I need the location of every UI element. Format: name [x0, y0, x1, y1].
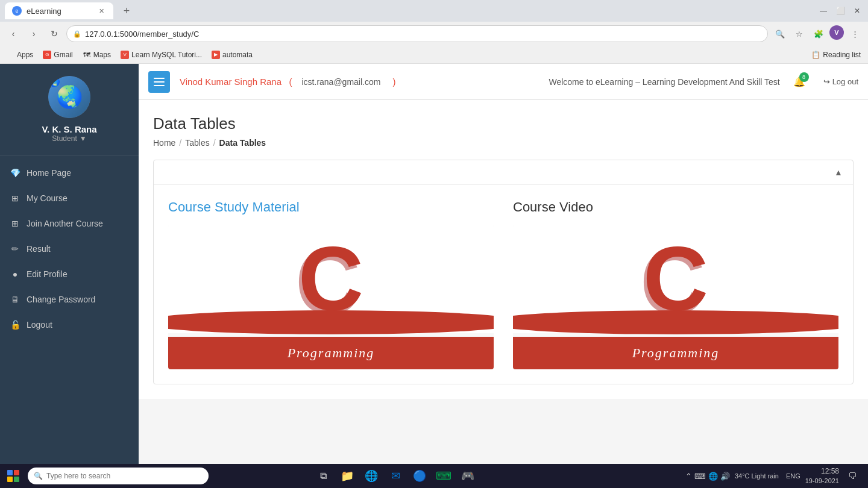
- section-card-header: ▲: [154, 160, 853, 185]
- taskbar-task-view[interactable]: ⧉: [312, 465, 334, 487]
- bookmark-automata[interactable]: ▶ automata: [212, 51, 253, 59]
- sidebar-item-my-course[interactable]: ⊞ My Course: [0, 186, 139, 211]
- reading-list-icon: 📋: [811, 51, 820, 59]
- bookmark-apps-label: Apps: [17, 51, 33, 59]
- edit-profile-icon: ●: [10, 269, 20, 280]
- home-icon: 💎: [10, 167, 20, 178]
- sidebar-item-logout[interactable]: 🔓 Logout: [0, 312, 139, 337]
- start-button[interactable]: [2, 465, 24, 487]
- maximize-button[interactable]: ⬜: [834, 5, 846, 17]
- sidebar-label-changepassword: Change Password: [27, 295, 95, 304]
- network-icon[interactable]: 🌐: [708, 472, 718, 481]
- collapse-button[interactable]: ▲: [831, 165, 846, 180]
- join-icon: ⊞: [10, 218, 20, 229]
- minimize-button[interactable]: —: [817, 5, 829, 17]
- close-button[interactable]: ✕: [851, 5, 863, 17]
- address-bar[interactable]: 🔒 127.0.0.1:5000/member_study/C: [66, 25, 768, 42]
- avatar: 🌏: [48, 76, 90, 118]
- sidebar-label-logout: Logout: [27, 320, 52, 330]
- clock-date: 19-09-2021: [805, 477, 839, 486]
- profile-role[interactable]: Student ▼: [52, 134, 86, 143]
- topnav-close-paren: ): [390, 77, 395, 87]
- menu-button[interactable]: ⋮: [846, 25, 863, 42]
- clock-time: 12:58: [805, 466, 839, 477]
- mysql-icon: V: [121, 51, 129, 59]
- keyboard-icon[interactable]: ⌨: [694, 472, 706, 481]
- bookmark-apps[interactable]: Apps: [7, 51, 33, 59]
- weather-text: 34°C Light rain: [735, 472, 779, 480]
- sidebar: 🌏 V. K. S. Rana Student ▼ 💎 Home Page ⊞ …: [0, 64, 139, 488]
- search-input[interactable]: [46, 472, 203, 480]
- sidebar-item-home-page[interactable]: 💎 Home Page: [0, 160, 139, 186]
- course-video-title: Course Video: [513, 199, 838, 215]
- taskbar-another[interactable]: 🎮: [457, 465, 479, 487]
- course-icon: ⊞: [10, 193, 20, 204]
- taskbar-edge[interactable]: 🌐: [360, 465, 382, 487]
- system-icons: ⌃ ⌨ 🌐 🔊: [685, 472, 730, 481]
- sidebar-item-edit-profile[interactable]: ● Edit Profile: [0, 261, 139, 287]
- logout-icon: ↪: [823, 77, 830, 86]
- top-nav: Vinod Kumar Singh Rana ( icst.rana@gmail…: [139, 64, 868, 100]
- browser-profile-button[interactable]: V: [829, 25, 844, 40]
- taskbar-search-bar[interactable]: 🔍: [28, 468, 209, 484]
- tab-title: eLearning: [27, 7, 61, 16]
- logout-button[interactable]: ↪ Log out: [823, 77, 858, 86]
- notification-button[interactable]: 🔔 8: [790, 72, 809, 92]
- apps-grid-icon: [7, 51, 14, 58]
- windows-icon: [7, 470, 19, 482]
- taskbar-apps: ⧉ 📁 🌐 ✉ 🔵 ⌨ 🎮: [312, 465, 479, 487]
- red-wave-study: [168, 310, 494, 334]
- course-grid: Course Study Material C: [168, 199, 838, 369]
- forward-button[interactable]: ›: [25, 25, 42, 42]
- study-material-thumbnail[interactable]: C Programming: [168, 225, 494, 369]
- sidebar-item-change-password[interactable]: 🖥 Change Password: [0, 287, 139, 312]
- zoom-button[interactable]: 🔍: [772, 25, 788, 42]
- back-button[interactable]: ‹: [5, 25, 22, 42]
- yt-icon: ▶: [212, 51, 220, 59]
- url-text: 127.0.0.1:5000/member_study/C: [85, 30, 199, 39]
- tab-close-button[interactable]: ✕: [96, 6, 106, 16]
- sidebar-label-home: Home Page: [27, 168, 71, 178]
- bookmark-mysql[interactable]: V Learn MySQL Tutori...: [121, 51, 202, 59]
- bookmark-mysql-label: Learn MySQL Tutori...: [131, 51, 202, 59]
- breadcrumb-tables[interactable]: Tables: [185, 138, 209, 148]
- reload-button[interactable]: ↻: [46, 25, 63, 42]
- breadcrumb-home[interactable]: Home: [153, 138, 175, 148]
- bookmark-maps-label: Maps: [93, 51, 111, 59]
- breadcrumb-current: Data Tables: [219, 138, 266, 148]
- main-content: Data Tables Home / Tables / Data Tables …: [139, 100, 868, 488]
- chevron-up-icon[interactable]: ⌃: [685, 472, 692, 481]
- programming-banner-video: Programming: [513, 337, 838, 369]
- bookmark-star-button[interactable]: ☆: [791, 25, 808, 42]
- action-center-button[interactable]: 🗨: [844, 468, 861, 484]
- taskbar-pycharm[interactable]: ⌨: [433, 465, 454, 487]
- extensions-button[interactable]: 🧩: [810, 25, 827, 42]
- new-tab-button[interactable]: +: [118, 2, 135, 19]
- search-icon: 🔍: [34, 472, 43, 480]
- sidebar-label-mycourse: My Course: [27, 193, 68, 203]
- sidebar-item-result[interactable]: ✏ Result: [0, 236, 139, 261]
- hamburger-icon: [154, 78, 165, 86]
- sidebar-profile: 🌏 V. K. S. Rana Student ▼: [0, 64, 139, 155]
- bookmark-gmail[interactable]: G Gmail: [43, 51, 72, 59]
- video-thumbnail[interactable]: C Programming: [513, 225, 838, 369]
- taskbar-chrome[interactable]: 🔵: [409, 465, 430, 487]
- browser-titlebar: e eLearning ✕ + — ⬜ ✕: [0, 0, 868, 22]
- hamburger-button[interactable]: [148, 71, 170, 93]
- browser-tab[interactable]: e eLearning ✕: [5, 2, 113, 19]
- reading-list-label: Reading list: [823, 51, 861, 59]
- sidebar-item-join-course[interactable]: ⊞ Join Another Course: [0, 211, 139, 236]
- taskbar-file-explorer[interactable]: 📁: [336, 465, 358, 487]
- volume-icon[interactable]: 🔊: [720, 472, 730, 481]
- toolbar-right-icons: 🔍 ☆ 🧩 V ⋮: [772, 25, 863, 42]
- tab-favicon: e: [12, 6, 22, 16]
- avatar-image: 🌏: [48, 76, 90, 118]
- taskbar-mail[interactable]: ✉: [385, 465, 406, 487]
- right-panel: Vinod Kumar Singh Rana ( icst.rana@gmail…: [139, 64, 868, 488]
- app-wrapper: 🌏 V. K. S. Rana Student ▼ 💎 Home Page ⊞ …: [0, 64, 868, 488]
- profile-name: V. K. S. Rana: [42, 124, 96, 134]
- study-material-title: Course Study Material: [168, 199, 494, 215]
- page-title: Data Tables: [153, 114, 854, 133]
- bookmark-maps[interactable]: 🗺 Maps: [83, 51, 111, 59]
- reading-list-button[interactable]: 📋 Reading list: [811, 51, 861, 59]
